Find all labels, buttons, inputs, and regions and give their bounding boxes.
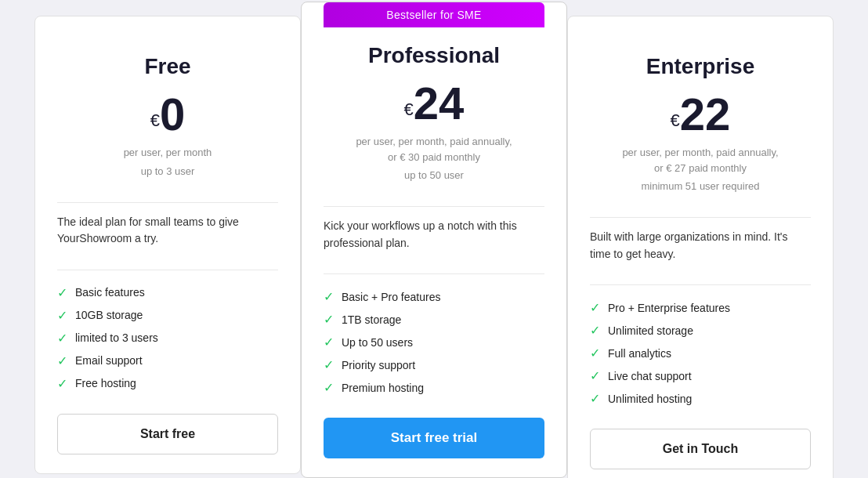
feature-item: ✓ Basic + Pro features bbox=[324, 285, 544, 308]
check-icon: ✓ bbox=[57, 376, 67, 391]
feature-label: Basic + Pro features bbox=[342, 291, 440, 303]
plan-card-enterprise: Enterprise € 22 per user, per month, pai… bbox=[567, 16, 834, 478]
feature-label: Pro + Enterprise features bbox=[608, 302, 730, 314]
feature-label: Up to 50 users bbox=[342, 336, 413, 349]
feature-item: ✓ Priority support bbox=[324, 353, 544, 376]
feature-item: ✓ Pro + Enterprise features bbox=[590, 296, 811, 319]
feature-item: ✓ Free hosting bbox=[57, 372, 278, 395]
plan-price-enterprise: € 22 bbox=[590, 92, 811, 137]
divider bbox=[590, 217, 811, 218]
feature-item: ✓ Up to 50 users bbox=[324, 331, 544, 353]
check-icon: ✓ bbox=[324, 380, 334, 395]
plan-description-free: The ideal plan for small teams to give Y… bbox=[57, 214, 278, 248]
features-list-enterprise: ✓ Pro + Enterprise features ✓ Unlimited … bbox=[590, 296, 811, 410]
feature-item: ✓ limited to 3 users bbox=[57, 327, 278, 349]
spacer bbox=[57, 40, 278, 54]
price-users: up to 3 user bbox=[57, 165, 278, 177]
price-amount: 24 bbox=[414, 81, 465, 126]
check-icon: ✓ bbox=[57, 285, 67, 300]
check-icon: ✓ bbox=[590, 300, 600, 315]
plan-card-free: Free € 0 per user, per monthup to 3 user… bbox=[34, 16, 301, 474]
feature-label: Email support bbox=[75, 354, 143, 367]
check-icon: ✓ bbox=[590, 368, 600, 383]
feature-label: Full analytics bbox=[608, 347, 671, 360]
plan-name-free: Free bbox=[57, 54, 278, 79]
divider2 bbox=[324, 273, 544, 274]
check-icon: ✓ bbox=[324, 289, 334, 304]
price-amount: 0 bbox=[160, 92, 185, 137]
feature-label: Basic features bbox=[75, 286, 145, 299]
cta-button-enterprise[interactable]: Get in Touch bbox=[590, 429, 811, 469]
check-icon: ✓ bbox=[324, 312, 334, 327]
feature-item: ✓ Unlimited hosting bbox=[590, 387, 811, 410]
cta-button-professional[interactable]: Start free trial bbox=[324, 418, 544, 458]
feature-item: ✓ 10GB storage bbox=[57, 304, 278, 327]
pricing-container: Free € 0 per user, per monthup to 3 user… bbox=[0, 0, 868, 478]
feature-label: Premium hosting bbox=[342, 382, 424, 394]
price-period: per user, per month bbox=[57, 145, 278, 161]
price-users: minimum 51 user required bbox=[590, 180, 811, 192]
divider bbox=[57, 202, 278, 203]
plan-description-enterprise: Built with large organizations in mind. … bbox=[590, 229, 811, 263]
feature-item: ✓ Basic features bbox=[57, 281, 278, 304]
check-icon: ✓ bbox=[324, 357, 334, 372]
feature-label: Unlimited storage bbox=[608, 324, 693, 337]
feature-label: 10GB storage bbox=[75, 309, 143, 321]
feature-label: Priority support bbox=[342, 359, 415, 371]
check-icon: ✓ bbox=[590, 391, 600, 406]
features-list-free: ✓ Basic features ✓ 10GB storage ✓ limite… bbox=[57, 281, 278, 395]
spacer bbox=[590, 40, 811, 54]
check-icon: ✓ bbox=[590, 346, 600, 360]
feature-label: Unlimited hosting bbox=[608, 393, 692, 405]
feature-item: ✓ 1TB storage bbox=[324, 308, 544, 331]
feature-label: 1TB storage bbox=[342, 313, 401, 326]
price-currency: € bbox=[150, 110, 160, 131]
plan-price-professional: € 24 bbox=[324, 81, 544, 126]
feature-label: Free hosting bbox=[75, 377, 136, 389]
plan-description-professional: Kick your workflows up a notch with this… bbox=[324, 218, 544, 252]
price-users: up to 50 user bbox=[324, 169, 544, 181]
price-amount: 22 bbox=[680, 92, 731, 137]
price-period: per user, per month, paid annually,or € … bbox=[324, 134, 544, 165]
feature-item: ✓ Full analytics bbox=[590, 342, 811, 364]
bestseller-badge: Bestseller for SME bbox=[324, 2, 544, 27]
features-list-professional: ✓ Basic + Pro features ✓ 1TB storage ✓ U… bbox=[324, 285, 544, 399]
feature-item: ✓ Unlimited storage bbox=[590, 319, 811, 342]
divider2 bbox=[57, 270, 278, 270]
divider2 bbox=[590, 284, 811, 285]
check-icon: ✓ bbox=[590, 323, 600, 338]
feature-label: Live chat support bbox=[608, 370, 692, 382]
plan-card-professional: Bestseller for SMEProfessional € 24 per … bbox=[301, 2, 567, 478]
plan-price-free: € 0 bbox=[57, 92, 278, 137]
feature-label: limited to 3 users bbox=[75, 331, 158, 344]
price-currency: € bbox=[404, 100, 414, 120]
feature-item: ✓ Live chat support bbox=[590, 364, 811, 387]
divider bbox=[324, 206, 544, 207]
feature-item: ✓ Email support bbox=[57, 349, 278, 372]
check-icon: ✓ bbox=[57, 331, 67, 346]
check-icon: ✓ bbox=[57, 353, 67, 368]
price-period: per user, per month, paid annually,or € … bbox=[590, 145, 811, 176]
price-currency: € bbox=[671, 110, 680, 131]
check-icon: ✓ bbox=[324, 335, 334, 349]
plan-name-professional: Professional bbox=[324, 43, 544, 68]
feature-item: ✓ Premium hosting bbox=[324, 376, 544, 399]
check-icon: ✓ bbox=[57, 308, 67, 323]
cta-button-free[interactable]: Start free bbox=[57, 414, 278, 454]
plan-name-enterprise: Enterprise bbox=[590, 54, 811, 79]
